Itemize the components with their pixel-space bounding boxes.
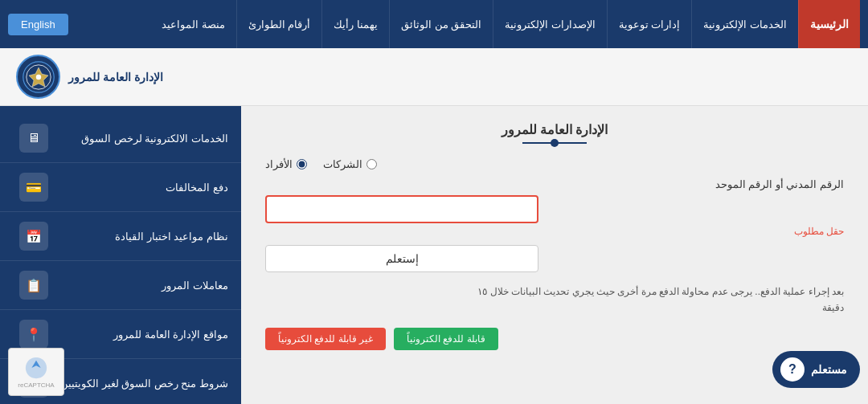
radio-companies-label[interactable]: الشركات (323, 158, 377, 170)
nav-item-appointments[interactable]: منصة المواعيد (150, 0, 236, 48)
card-icon: 💳 (26, 180, 42, 195)
required-text: حقل مطلوب (265, 226, 844, 237)
btn-payable[interactable]: قابلة للدفع الكترونياً (394, 328, 498, 350)
radio-individuals-label[interactable]: الأفراد (265, 158, 307, 170)
nav-item-feedback[interactable]: يهمنا رأيك (321, 0, 389, 48)
svg-point-3 (35, 74, 40, 79)
english-button[interactable]: English (8, 14, 68, 35)
nav-item-awareness[interactable]: إدارات توعوية (607, 0, 692, 48)
sidebar-item-0[interactable]: الخدمات الالكترونية لرخص السوق 🖥 (0, 114, 241, 163)
recaptcha-inner: reCAPTCHA (18, 356, 54, 389)
header-logo-text: الإدارة العامة للمرور (68, 71, 163, 84)
mustalam-icon: ? (780, 357, 805, 382)
sidebar-label-1: دفع المخالفات (166, 182, 228, 194)
nav-items-list: الرئيسية الخدمات الإلكترونية إدارات توعو… (76, 0, 860, 48)
radio-companies-input[interactable] (366, 159, 377, 169)
sidebar-item-1[interactable]: دفع المخالفات 💳 (0, 163, 241, 212)
calendar-icon: 📅 (26, 229, 42, 244)
recaptcha-box[interactable]: reCAPTCHA (8, 348, 64, 396)
sidebar-label-0: الخدمات الالكترونية لرخص السوق (81, 133, 228, 145)
header-strip: الإدارة العامة للمرور (0, 48, 868, 106)
civil-number-input[interactable] (265, 195, 538, 223)
sidebar-icon-2: 📅 (19, 222, 48, 251)
sidebar-item-3[interactable]: معاملات المرور 📋 (0, 261, 241, 310)
main-layout: الإدارة العامة للمرور الشركات الأفراد ال… (0, 106, 868, 404)
computer-icon: 🖥 (27, 131, 40, 145)
field-label: الرقم المدني أو الرقم الموحد (265, 178, 844, 190)
radio-companies-text: الشركات (323, 158, 362, 170)
info-text: بعد إجراء عملية الدفع.. يرجى عدم محاولة … (474, 284, 844, 316)
form-title: الإدارة العامة للمرور (265, 122, 844, 137)
sidebar-icon-3: 📋 (19, 271, 48, 300)
nav-item-eservices[interactable]: الخدمات الإلكترونية (691, 0, 798, 48)
radio-individuals-text: الأفراد (265, 158, 293, 170)
sidebar-item-2[interactable]: نظام مواعيد اختبار القيادة 📅 (0, 212, 241, 261)
sidebar-icon-0: 🖥 (19, 124, 48, 153)
nav-item-emergency[interactable]: أرقام الطوارئ (236, 0, 322, 48)
form-title-underline (522, 142, 587, 144)
mustalam-badge[interactable]: مستعلم ? (772, 351, 860, 388)
sidebar-label-2: نظام مواعيد اختبار القيادة (115, 231, 228, 243)
clipboard-icon: 📋 (26, 278, 42, 293)
sidebar-label-5: شروط منح رخص السوق لغير الكويتيين (60, 377, 228, 390)
radio-individuals-input[interactable] (297, 159, 307, 169)
submit-button[interactable]: إستعلم (265, 245, 538, 272)
sidebar-label-3: معاملات المرور (162, 280, 228, 292)
top-navigation: الرئيسية الخدمات الإلكترونية إدارات توعو… (0, 0, 868, 48)
sidebar-icon-1: 💳 (19, 173, 48, 202)
bottom-buttons: قابلة للدفع الكترونياً غير قابلة للدفع ا… (265, 328, 844, 350)
radio-group: الشركات الأفراد (265, 158, 844, 170)
nav-item-verify[interactable]: التحقق من الوثائق (389, 0, 493, 48)
sidebar-icon-4: 📍 (19, 320, 48, 349)
form-area: الإدارة العامة للمرور الشركات الأفراد ال… (241, 106, 868, 404)
nav-item-home[interactable]: الرئيسية (798, 0, 860, 48)
nav-item-publications[interactable]: الإصدارات الإلكترونية (493, 0, 607, 48)
mustalam-label: مستعلم (811, 363, 847, 376)
logo-circle (16, 55, 60, 99)
sidebar-label-4: مواقع الإدارة العامة للمرور (113, 329, 228, 341)
btn-not-payable[interactable]: غير قابلة للدفع الكترونياً (265, 328, 386, 350)
location-icon: 📍 (26, 327, 42, 342)
header-logo: الإدارة العامة للمرور (16, 55, 163, 99)
